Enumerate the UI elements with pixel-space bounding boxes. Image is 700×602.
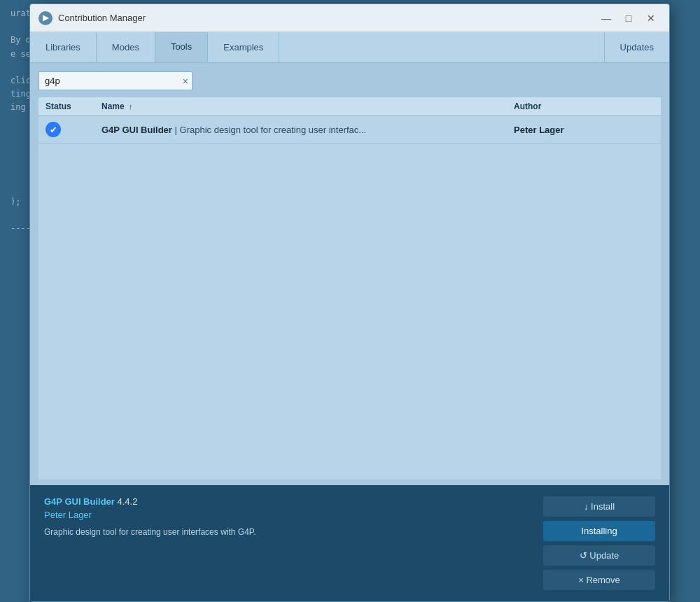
tab-tools[interactable]: Tools — [155, 32, 208, 62]
footer-panel: G4P GUI Builder 4.4.2 Peter Lager Graphi… — [30, 485, 669, 601]
table-header: Status Name ↑ Author — [38, 97, 661, 116]
minimize-button[interactable]: — — [596, 10, 616, 27]
title-bar: ▶ Contribution Manager — □ ✕ — [30, 4, 669, 32]
installed-icon: ✔ — [46, 122, 61, 137]
footer-description: Graphic design tool for creating user in… — [44, 526, 529, 538]
close-button[interactable]: ✕ — [641, 10, 661, 27]
update-button[interactable]: ↺ Update — [543, 545, 655, 566]
tools-table: Status Name ↑ Author ✔ G4P GUI Builder |… — [38, 97, 661, 479]
app-icon: ▶ — [38, 11, 52, 25]
remove-button[interactable]: × Remove — [543, 570, 655, 590]
search-input-wrapper: × — [38, 71, 192, 90]
row-status: ✔ — [46, 122, 102, 137]
content-area: × Status Name ↑ Author ✔ G4P GUI Builder — [30, 63, 669, 485]
row-author: Peter Lager — [514, 125, 654, 135]
sort-arrow-icon: ↑ — [129, 102, 133, 111]
tab-modes[interactable]: Modes — [97, 32, 155, 62]
table-row[interactable]: ✔ G4P GUI Builder | Graphic design tool … — [38, 116, 661, 144]
window-controls: — □ ✕ — [596, 10, 661, 27]
column-status: Status — [46, 102, 102, 111]
footer-tool-name: G4P GUI Builder — [44, 496, 115, 507]
search-clear-button[interactable]: × — [183, 76, 188, 86]
footer-info: G4P GUI Builder 4.4.2 Peter Lager Graphi… — [44, 496, 529, 538]
installing-button: Installing — [543, 521, 655, 541]
footer-title: G4P GUI Builder 4.4.2 — [44, 496, 529, 507]
footer-author: Peter Lager — [44, 510, 529, 520]
footer-actions: ↓ Install Installing ↺ Update × Remove — [543, 496, 655, 590]
tab-updates[interactable]: Updates — [604, 32, 669, 62]
tab-examples[interactable]: Examples — [208, 32, 279, 62]
footer-tool-version: 4.4.2 — [118, 496, 138, 507]
contribution-manager-window: ▶ Contribution Manager — □ ✕ Libraries M… — [29, 4, 670, 602]
tab-bar: Libraries Modes Tools Examples Updates — [30, 32, 669, 63]
tabs-left: Libraries Modes Tools Examples — [30, 32, 604, 62]
column-author: Author — [514, 102, 654, 111]
column-name: Name ↑ — [102, 102, 514, 111]
row-name: G4P GUI Builder | Graphic design tool fo… — [102, 125, 514, 135]
search-bar: × — [38, 71, 661, 90]
maximize-button[interactable]: □ — [619, 10, 638, 27]
window-title: Contribution Manager — [58, 13, 596, 23]
install-button[interactable]: ↓ Install — [543, 496, 655, 517]
tab-libraries[interactable]: Libraries — [30, 32, 97, 62]
search-input[interactable] — [38, 71, 192, 90]
